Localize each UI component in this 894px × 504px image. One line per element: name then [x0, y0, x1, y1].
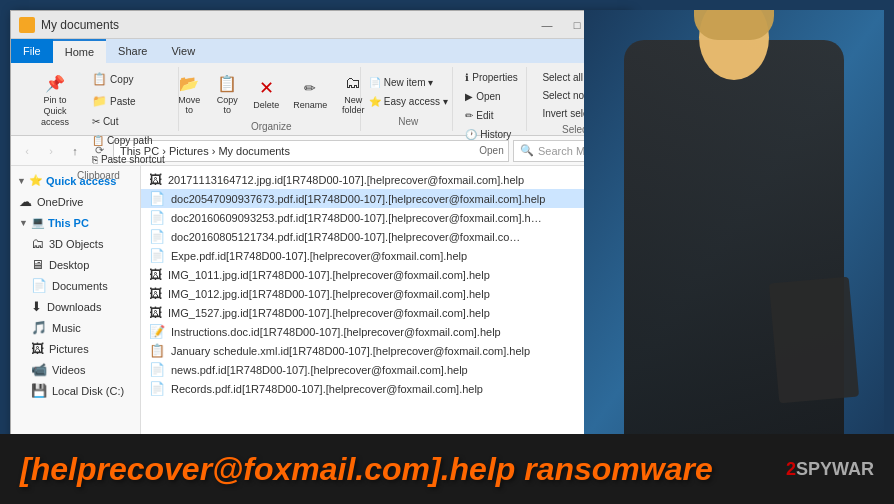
file-item[interactable]: 📄 Expe.pdf.id[1R748D00-107].[helprecover…: [141, 246, 629, 265]
videos-icon: 📹: [31, 362, 47, 377]
new-buttons: 📄 New item ▾ ⭐ Easy access ▾: [364, 69, 453, 114]
file-item[interactable]: 🖼 IMG_1012.jpg.id[1R748D00-107].[helprec…: [141, 284, 629, 303]
file-name: Instructions.doc.id[1R748D00-107].[helpr…: [171, 326, 501, 338]
window-title: My documents: [41, 18, 533, 32]
rename-button[interactable]: ✏ Rename: [287, 74, 333, 114]
ribbon-tabs: File Home Share View: [11, 39, 629, 63]
tab-file[interactable]: File: [11, 39, 53, 63]
history-icon: 🕐: [465, 129, 477, 140]
open-group: ℹ Properties ▶ Open ✏ Edit 🕐 History: [457, 67, 527, 131]
copy-path-button[interactable]: 📋 Copy path: [87, 132, 170, 149]
onedrive-icon: ☁: [19, 194, 32, 209]
file-item[interactable]: 🖼 IMG_1527.jpg.id[1R748D00-107].[helprec…: [141, 303, 629, 322]
sidebar-item-videos[interactable]: 📹 Videos: [11, 359, 140, 380]
downloads-icon: ⬇: [31, 299, 42, 314]
clipboard-group: 📌 Pin to Quick access 📋 Copy 📁 Paste: [19, 67, 179, 131]
logo: 2SPYWAR: [786, 459, 874, 480]
paste-button[interactable]: 📁 Paste: [87, 91, 170, 111]
edit-icon: ✏: [465, 110, 473, 121]
file-item[interactable]: 📄 news.pdf.id[1R748D00-107].[helprecover…: [141, 360, 629, 379]
file-item[interactable]: 📄 doc20160609093253.pdf.id[1R748D00-107]…: [141, 208, 629, 227]
file-name: 20171113164712.jpg.id[1R748D00-107].[hel…: [168, 174, 524, 186]
music-icon: 🎵: [31, 320, 47, 335]
file-name: IMG_1527.jpg.id[1R748D00-107].[helprecov…: [168, 307, 490, 319]
main-area: ▼ ⭐ Quick access ☁ OneDrive ▼ 💻 This PC …: [11, 166, 629, 449]
pin-icon: 📌: [45, 73, 65, 93]
copy-icon: 📋: [92, 72, 107, 86]
file-item[interactable]: 📄 doc20160805121734.pdf.id[1R748D00-107]…: [141, 227, 629, 246]
sidebar-item-pictures[interactable]: 🖼 Pictures: [11, 338, 140, 359]
move-to-button[interactable]: 📂 Moveto: [171, 69, 207, 119]
sidebar-item-music[interactable]: 🎵 Music: [11, 317, 140, 338]
bottom-banner: [helprecover@foxmail.com].help ransomwar…: [0, 434, 894, 504]
easy-access-icon: ⭐: [369, 96, 381, 107]
logo-2spy: 2: [786, 459, 796, 479]
easy-access-button[interactable]: ⭐ Easy access ▾: [364, 93, 453, 110]
file-type-icon: 🖼: [149, 267, 162, 282]
sidebar-quick-access[interactable]: ▼ ⭐ Quick access: [11, 170, 140, 191]
cut-button[interactable]: ✂ Cut: [87, 113, 170, 130]
file-list: 🖼 20171113164712.jpg.id[1R748D00-107].[h…: [141, 166, 629, 449]
file-type-icon: 🖼: [149, 172, 162, 187]
file-type-icon: 📝: [149, 324, 165, 339]
file-item[interactable]: 📄 doc20547090937673.pdf.id[1R748D00-107]…: [141, 189, 629, 208]
sidebar-item-downloads[interactable]: ⬇ Downloads: [11, 296, 140, 317]
file-type-icon: 📄: [149, 362, 165, 377]
file-name: doc20160805121734.pdf.id[1R748D00-107].[…: [171, 231, 520, 243]
file-name: news.pdf.id[1R748D00-107].[helprecover@f…: [171, 364, 468, 376]
organize-label: Organize: [251, 119, 292, 132]
paste-shortcut-button[interactable]: ⎘ Paste shortcut: [87, 151, 170, 168]
file-item[interactable]: 🖼 20171113164712.jpg.id[1R748D00-107].[h…: [141, 170, 629, 189]
3d-objects-icon: 🗂: [31, 236, 44, 251]
file-type-icon: 📋: [149, 343, 165, 358]
this-pc-icon: 💻: [31, 216, 45, 229]
tab-share[interactable]: Share: [106, 39, 159, 63]
logo-text: 2SPYWAR: [786, 459, 874, 480]
search-icon: 🔍: [520, 144, 534, 157]
clipboard-label: Clipboard: [77, 168, 120, 181]
new-label: New: [398, 114, 418, 127]
file-type-icon: 📄: [149, 381, 165, 396]
explorer-window: My documents — □ ✕ File Home Share View …: [10, 10, 630, 470]
file-name: IMG_1011.jpg.id[1R748D00-107].[helprecov…: [168, 269, 490, 281]
move-icon: 📂: [179, 73, 199, 93]
binder: [769, 277, 859, 404]
file-type-icon: 📄: [149, 210, 165, 225]
new-group: 📄 New item ▾ ⭐ Easy access ▾ New: [365, 67, 453, 131]
ribbon-content: 📌 Pin to Quick access 📋 Copy 📁 Paste: [11, 63, 629, 135]
window-icon: [19, 17, 35, 33]
desktop-icon: 🖥: [31, 257, 44, 272]
tab-view[interactable]: View: [159, 39, 207, 63]
sidebar-item-3d-objects[interactable]: 🗂 3D Objects: [11, 233, 140, 254]
file-name: doc20160609093253.pdf.id[1R748D00-107].[…: [171, 212, 542, 224]
open-label: Open: [479, 143, 503, 156]
pin-to-quick-access-button[interactable]: 📌 Pin to Quick access: [27, 69, 83, 168]
clipboard-buttons: 📌 Pin to Quick access 📋 Copy 📁 Paste: [27, 69, 170, 168]
new-item-button[interactable]: 📄 New item ▾: [364, 74, 453, 91]
sidebar-item-documents[interactable]: 📄 Documents: [11, 275, 140, 296]
delete-button[interactable]: ✕ Delete: [247, 74, 285, 114]
open-buttons: ℹ Properties ▶ Open ✏ Edit 🕐 History: [460, 69, 523, 143]
sidebar-item-local-disk[interactable]: 💾 Local Disk (C:): [11, 380, 140, 401]
paste-icon: 📁: [92, 94, 107, 108]
file-item[interactable]: 📄 Records.pdf.id[1R748D00-107].[helpreco…: [141, 379, 629, 398]
edit-button[interactable]: ✏ Edit: [460, 107, 523, 124]
sidebar-item-desktop[interactable]: 🖥 Desktop: [11, 254, 140, 275]
file-item[interactable]: 📝 Instructions.doc.id[1R748D00-107].[hel…: [141, 322, 629, 341]
history-button[interactable]: 🕐 History: [460, 126, 523, 143]
copy-to-button[interactable]: 📋 Copyto: [209, 69, 245, 119]
address-path[interactable]: This PC › Pictures › My documents: [113, 140, 509, 162]
title-bar: My documents — □ ✕: [11, 11, 629, 39]
pictures-icon: 🖼: [31, 341, 44, 356]
tab-home[interactable]: Home: [53, 39, 106, 63]
sidebar-item-onedrive[interactable]: ☁ OneDrive: [11, 191, 140, 212]
copy-button[interactable]: 📋 Copy: [87, 69, 170, 89]
file-item[interactable]: 🖼 IMG_1011.jpg.id[1R748D00-107].[helprec…: [141, 265, 629, 284]
open-button[interactable]: ▶ Open: [460, 88, 523, 105]
organize-group: 📂 Moveto 📋 Copyto ✕ Delete ✏ Rename: [183, 67, 361, 131]
file-item[interactable]: 📋 January schedule.xml.id[1R748D00-107].…: [141, 341, 629, 360]
sidebar-this-pc[interactable]: ▼ 💻 This PC: [11, 212, 140, 233]
file-name: IMG_1012.jpg.id[1R748D00-107].[helprecov…: [168, 288, 490, 300]
minimize-button[interactable]: —: [533, 15, 561, 35]
properties-button[interactable]: ℹ Properties: [460, 69, 523, 86]
